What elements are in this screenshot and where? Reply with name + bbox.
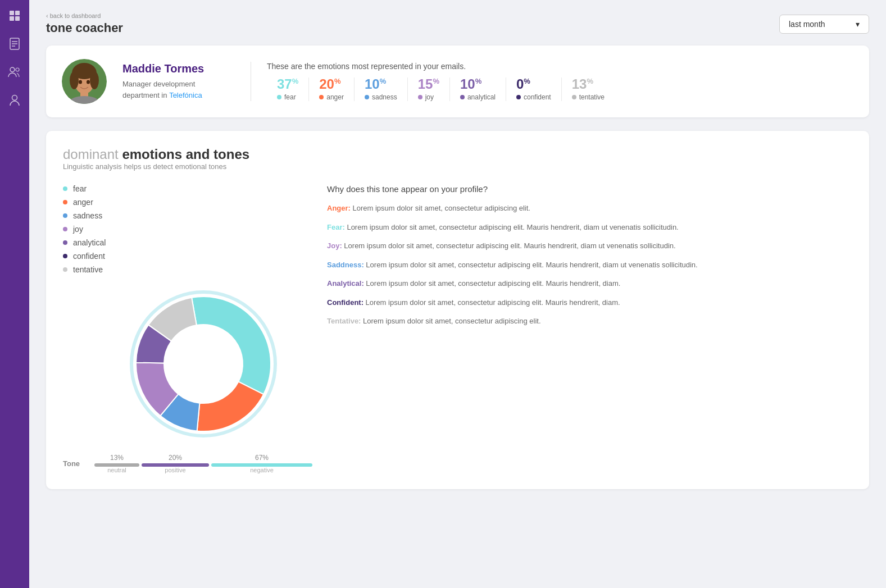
legend-item-anger: anger — [63, 198, 310, 207]
svg-rect-1 — [15, 11, 20, 15]
emotion-item-analytical: 10% analytical — [450, 78, 506, 101]
explanation-item-confident: Confident: Lorem ipsum dolor sit amet, c… — [327, 297, 852, 308]
emotion-item-fear: 37% fear — [267, 78, 309, 101]
explanations: Why does this tone appear on your profil… — [327, 184, 852, 473]
emotion-dot — [572, 95, 576, 99]
avatar — [62, 59, 107, 104]
svg-rect-2 — [10, 16, 14, 21]
tone-positive: 20% positive — [142, 454, 209, 473]
donut-center — [165, 326, 242, 402]
svg-point-16 — [73, 63, 96, 79]
legend-item-joy: joy — [63, 225, 310, 234]
explanation-item-tentative: Tentative: Lorem ipsum dolor sit amet, c… — [327, 316, 852, 327]
svg-rect-0 — [10, 11, 14, 15]
emotion-pct: 20% — [319, 78, 340, 91]
emotion-item-sadness: 10% sadness — [355, 78, 408, 101]
emotion-pct: 15% — [418, 78, 439, 91]
main-content: back to dashboard tone coacher last mont… — [29, 0, 886, 588]
analytics-title-bold: emotions and tones — [122, 147, 249, 162]
emotion-item-confident: 0% confident — [506, 78, 562, 101]
explanation-item-saddness: Saddness: Lorem ipsum dolor sit amet, co… — [327, 259, 852, 271]
emotion-label: fear — [277, 93, 296, 101]
emotion-dot — [319, 95, 324, 99]
profile-divider — [251, 62, 251, 101]
emotion-label: tentative — [572, 93, 605, 101]
tone-label: Tone — [63, 459, 85, 468]
svg-point-10 — [12, 95, 17, 101]
person-icon[interactable] — [7, 92, 22, 108]
explanation-item-joy: Joy: Lorem ipsum dolor sit amet, consect… — [327, 240, 852, 252]
legend-dot — [63, 227, 67, 231]
analytics-title-light: dominant — [63, 147, 119, 162]
emotion-label: anger — [319, 93, 344, 101]
explanation-item-anger: Anger: Lorem ipsum dolor sit amet, conse… — [327, 203, 852, 214]
emotion-item-joy: 15% joy — [408, 78, 450, 101]
emotions-section: These are the emotions most represented … — [267, 62, 853, 101]
profile-company: Telefónica — [169, 91, 202, 99]
svg-point-20 — [87, 80, 90, 84]
back-link[interactable]: back to dashboard — [46, 12, 123, 19]
tone-negative: 67% negative — [211, 454, 312, 473]
time-filter-select[interactable]: last month ▾ — [779, 15, 869, 34]
emotion-label: analytical — [460, 93, 496, 101]
analytics-title: dominant emotions and tones — [63, 147, 852, 162]
legend-dot — [63, 200, 67, 204]
emotions-list: 37% fear 20% anger 10% sadness 15% joy — [267, 78, 853, 101]
svg-rect-3 — [15, 16, 20, 21]
profile-name: Maddie Tormes — [122, 62, 235, 75]
analytics-header: dominant emotions and tones Linguistic a… — [63, 147, 852, 171]
page-title: tone coacher — [46, 21, 123, 35]
header-left: back to dashboard tone coacher — [46, 12, 123, 35]
tone-bar-section: Tone 13% neutral 20% positive — [63, 454, 310, 473]
legend-item-confident: confident — [63, 252, 310, 261]
emotion-label: joy — [418, 93, 434, 101]
emotion-dot — [365, 95, 369, 99]
profile-card: Maddie Tormes Manager development depart… — [46, 45, 869, 117]
emotion-dot — [460, 95, 465, 99]
profile-role: Manager development department in Telefó… — [122, 79, 235, 101]
chevron-down-icon: ▾ — [856, 20, 860, 29]
analytics-body: fear anger sadness joy analytical confid… — [63, 184, 852, 473]
legend-dot — [63, 240, 67, 245]
donut-chart-wrapper — [97, 285, 310, 443]
time-filter-label: last month — [789, 20, 825, 29]
explanation-item-fear: Fear: Lorem ipsum dolor sit amet, consec… — [327, 222, 852, 233]
explanation-item-analytical: Analytical: Lorem ipsum dolor sit amet, … — [327, 278, 852, 289]
svg-point-19 — [79, 80, 82, 84]
svg-point-8 — [10, 67, 15, 72]
legend-dot — [63, 186, 67, 191]
emotion-item-anger: 20% anger — [309, 78, 355, 101]
document-icon[interactable] — [7, 36, 22, 52]
legend-item-analytical: analytical — [63, 238, 310, 247]
legend-dot — [63, 254, 67, 258]
legend-item-sadness: sadness — [63, 211, 310, 220]
explanations-list: Anger: Lorem ipsum dolor sit amet, conse… — [327, 203, 852, 327]
grid-icon[interactable] — [7, 8, 22, 24]
chart-section: fear anger sadness joy analytical confid… — [63, 184, 310, 473]
tone-neutral: 13% neutral — [94, 454, 139, 473]
emotion-pct: 37% — [277, 78, 298, 91]
emotion-dot — [277, 95, 281, 99]
emotion-pct: 0% — [516, 78, 530, 91]
legend-item-fear: fear — [63, 184, 310, 193]
emotion-dot — [418, 95, 422, 99]
legend: fear anger sadness joy analytical confid… — [63, 184, 310, 274]
analytics-subtitle: Linguistic analysis helps us detect emot… — [63, 162, 852, 171]
sidebar — [0, 0, 29, 588]
emotion-pct: 13% — [572, 78, 593, 91]
profile-info: Maddie Tormes Manager development depart… — [122, 62, 235, 101]
why-title: Why does this tone appear on your profil… — [327, 184, 852, 194]
emotions-intro: These are the emotions most represented … — [267, 62, 853, 71]
emotion-item-tentative: 13% tentative — [562, 78, 615, 101]
legend-item-tentative: tentative — [63, 265, 310, 274]
emotion-label: confident — [516, 93, 551, 101]
emotion-dot — [516, 95, 521, 99]
legend-dot — [63, 213, 67, 218]
analytics-card: dominant emotions and tones Linguistic a… — [46, 131, 869, 489]
emotion-pct: 10% — [460, 78, 481, 91]
people-group-icon[interactable] — [7, 64, 22, 80]
header: back to dashboard tone coacher last mont… — [46, 12, 869, 35]
donut-chart — [125, 285, 282, 443]
legend-dot — [63, 267, 67, 272]
emotion-pct: 10% — [365, 78, 386, 91]
